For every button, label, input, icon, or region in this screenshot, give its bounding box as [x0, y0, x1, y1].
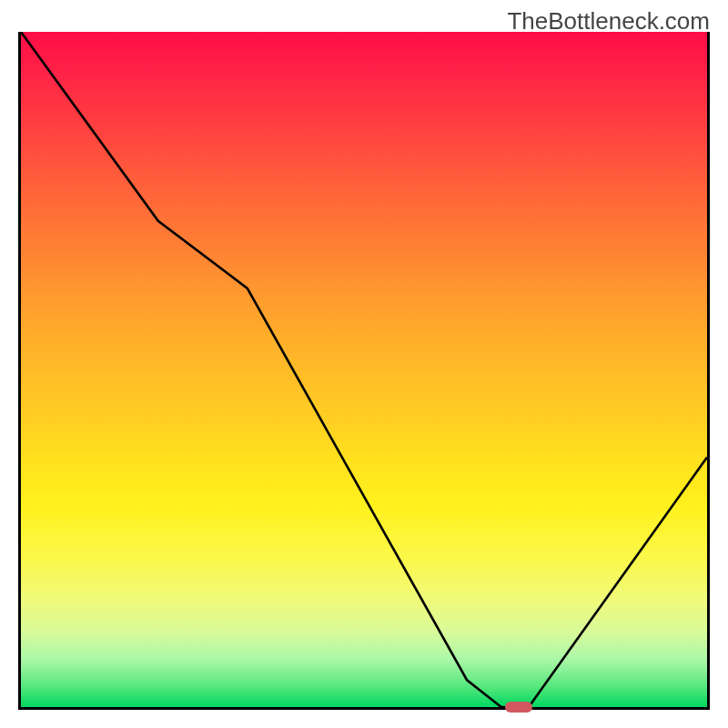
watermark-text: TheBottleneck.com [507, 7, 710, 35]
optimal-marker [505, 702, 532, 713]
bottleneck-curve [21, 32, 707, 707]
chart-svg [21, 32, 707, 707]
chart-frame [18, 32, 710, 710]
